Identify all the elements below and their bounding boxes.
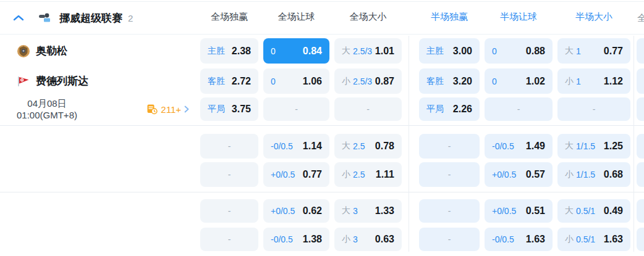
odds-cell-empty: - (200, 199, 258, 223)
odds-cell[interactable]: 大0.5/10.49 (557, 199, 630, 223)
odds-value: 0.77 (303, 169, 322, 180)
clipped-odds-cell[interactable] (637, 134, 644, 159)
odds-cell[interactable]: 大10.77 (557, 38, 630, 64)
line-prefix: 小 (342, 76, 350, 87)
line-label: 2.5/3 (353, 46, 372, 56)
odds-row: 平局3.75--平局2.26-- (0, 97, 644, 121)
odds-value: 0.84 (303, 46, 322, 57)
clipped-odds-cell[interactable] (637, 97, 644, 121)
odds-cell[interactable]: 小2.5/30.87 (334, 68, 402, 94)
line-label: 2.5/3 (353, 76, 372, 86)
odds-value: 1.33 (375, 205, 394, 217)
line-label: 1 (576, 76, 581, 86)
odds-cell-empty: - (263, 97, 329, 121)
line-label: 3 (353, 206, 358, 216)
odds-cell[interactable]: 00.88 (485, 38, 553, 64)
line-label: 0 (271, 46, 276, 56)
odds-value: 1.63 (526, 234, 545, 245)
odds-cell[interactable]: 小30.63 (334, 228, 402, 251)
col-head-full-1x2: 全场独赢 (211, 11, 248, 23)
odds-cell[interactable]: 客胜2.72 (200, 68, 258, 94)
odds-cell-empty: - (419, 162, 480, 187)
odds-cell[interactable]: 大2.5/31.01 (334, 38, 402, 64)
odds-cell[interactable]: 主胜3.00 (419, 38, 480, 64)
odds-cell[interactable]: 平局3.75 (200, 97, 258, 121)
line-label: 2.5 (353, 170, 365, 180)
odds-row: --0/0.51.38小30.63--0/0.51.63小0.5/11.63 (0, 228, 644, 251)
odds-value: 0.49 (604, 205, 623, 217)
clipped-odds-cell[interactable] (637, 199, 644, 223)
odds-cell[interactable]: 平局2.26 (419, 97, 480, 121)
odds-value: 0.77 (604, 46, 623, 57)
odds-cell[interactable]: 大2.50.78 (334, 134, 402, 159)
line-label: +0/0.5 (492, 206, 516, 216)
section-divider (0, 125, 644, 126)
odds-cell-empty: - (334, 97, 402, 121)
odds-cell[interactable]: +0/0.50.51 (485, 199, 553, 223)
odds-value: 1.38 (303, 234, 322, 245)
odds-cell[interactable]: 小0.5/11.63 (557, 228, 630, 251)
odds-value: 3.75 (232, 104, 251, 115)
odds-value: 1.02 (526, 76, 545, 87)
odds-cell-empty: - (485, 97, 553, 121)
line-label: -0/0.5 (492, 141, 514, 151)
line-label: 0.5/1 (576, 206, 595, 216)
odds-cell[interactable]: +0/0.50.57 (485, 162, 553, 187)
line-prefix: 大 (342, 205, 350, 217)
odds-cell[interactable]: -0/0.51.38 (263, 228, 329, 251)
line-prefix: 小 (565, 169, 574, 180)
section-divider (0, 192, 644, 192)
odds-cell[interactable]: -0/0.51.14 (263, 134, 329, 159)
odds-value: 2.72 (232, 76, 251, 87)
line-prefix: 小 (342, 169, 350, 180)
line-label: 主胜 (208, 46, 225, 57)
odds-value: 1.25 (604, 141, 623, 152)
odds-cell[interactable]: 大1/1.51.25 (557, 134, 630, 159)
odds-row: -+0/0.50.62大31.33-+0/0.50.51大0.5/10.49 (0, 199, 644, 223)
odds-value: 0.51 (526, 205, 545, 217)
odds-cell[interactable]: 小2.51.11 (334, 162, 402, 187)
odds-row: -+0/0.50.77小2.51.11-+0/0.50.57小1/1.50.68 (0, 162, 644, 187)
odds-cell[interactable]: 客胜3.20 (419, 68, 480, 94)
line-label: 1 (576, 46, 581, 56)
odds-cell-empty: - (200, 134, 258, 159)
line-label: 主胜 (426, 46, 444, 57)
odds-cell[interactable]: 01.06 (263, 68, 329, 94)
odds-value: 2.38 (232, 46, 251, 57)
col-head-half-handicap: 半场让球 (500, 11, 537, 23)
line-label: 平局 (208, 104, 225, 115)
odds-cell-empty: - (419, 228, 480, 251)
line-label: 客胜 (208, 76, 225, 87)
line-label: +0/0.5 (492, 170, 516, 180)
odds-cell-empty: - (419, 199, 480, 223)
odds-value: 3.20 (453, 76, 472, 87)
odds-cell[interactable]: -0/0.51.49 (485, 134, 553, 159)
line-prefix: 小 (342, 234, 350, 245)
header-divider (0, 34, 644, 35)
odds-value: 1.63 (604, 234, 623, 245)
odds-cell-selected[interactable]: 00.84 (263, 38, 329, 64)
line-prefix: 大 (565, 205, 574, 217)
odds-value: 0.88 (526, 46, 545, 57)
odds-cell[interactable]: -0/0.51.63 (485, 228, 553, 251)
odds-row: --0/0.51.14大2.50.78--0/0.51.49大1/1.51.25 (0, 134, 644, 159)
clipped-odds-cell[interactable] (637, 228, 644, 251)
line-label: -0/0.5 (492, 234, 514, 244)
odds-cell[interactable]: 小11.12 (557, 68, 630, 94)
odds-cell-empty: - (200, 228, 258, 251)
odds-value: 0.63 (375, 234, 394, 245)
col-head-full-handicap: 全场让球 (278, 11, 315, 23)
line-label: +0/0.5 (271, 206, 295, 216)
odds-cell[interactable]: +0/0.50.62 (263, 199, 329, 223)
odds-value: 3.00 (453, 46, 472, 57)
odds-cell[interactable]: 01.02 (485, 68, 553, 94)
clipped-odds-cell[interactable] (637, 38, 644, 64)
odds-cell[interactable]: 小1/1.50.68 (557, 162, 630, 187)
odds-value: 0.78 (375, 141, 394, 152)
odds-cell[interactable]: 大31.33 (334, 199, 402, 223)
odds-cell[interactable]: 主胜2.38 (200, 38, 258, 64)
odds-cell[interactable]: +0/0.50.77 (263, 162, 329, 187)
clipped-odds-cell[interactable] (637, 162, 644, 187)
odds-value: 0.62 (303, 205, 322, 217)
clipped-odds-cell[interactable] (637, 68, 644, 94)
